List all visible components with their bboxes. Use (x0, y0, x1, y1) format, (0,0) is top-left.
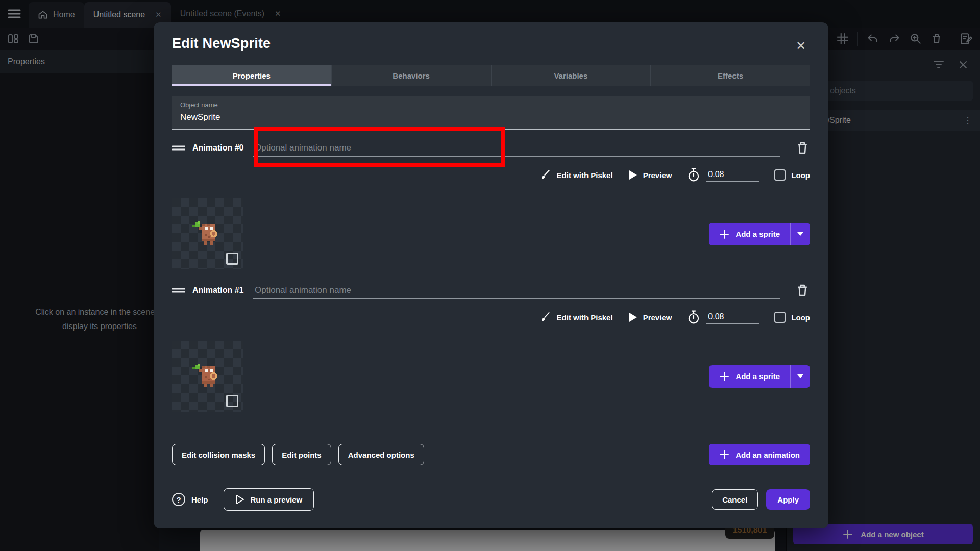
question-icon: ? (172, 493, 185, 506)
time-between-frames (687, 168, 759, 182)
cancel-button[interactable]: Cancel (712, 489, 758, 510)
play-icon (628, 312, 638, 322)
sprite-select-checkbox[interactable] (226, 253, 238, 265)
dialog-tabs: Properties Behaviors Variables Effects (172, 65, 810, 86)
time-between-frames-input[interactable] (706, 311, 759, 324)
edit-collision-masks-button[interactable]: Edit collision masks (172, 444, 265, 465)
help-button[interactable]: ? Help (172, 493, 208, 506)
sprite-select-checkbox[interactable] (226, 395, 238, 407)
drag-handle-icon[interactable] (172, 287, 185, 293)
chevron-down-icon[interactable] (791, 232, 810, 236)
animation-1-header: Animation #1 (172, 280, 810, 300)
trash-icon[interactable] (795, 140, 810, 156)
loop-checkbox[interactable] (774, 169, 786, 181)
tab-properties[interactable]: Properties (172, 65, 332, 86)
animation-0-header: Animation #0 (172, 138, 810, 158)
sprite-thumbnail[interactable] (172, 341, 243, 412)
preview-button[interactable]: Preview (628, 312, 672, 322)
plus-icon (719, 371, 729, 382)
add-sprite-button[interactable]: Add a sprite (709, 223, 810, 245)
stopwatch-icon (687, 310, 700, 324)
sprite-image (187, 215, 227, 255)
animation-0-controls: Edit with Piskel Preview Loop (172, 164, 810, 186)
animation-1-name-input[interactable] (253, 282, 780, 299)
animation-1-label: Animation #1 (192, 286, 253, 295)
brush-icon (539, 311, 551, 323)
stopwatch-icon (687, 168, 700, 182)
animation-0-sprites: Add a sprite (172, 198, 810, 269)
dialog-actions-row: Edit collision masks Edit points Advance… (172, 444, 810, 465)
apply-button[interactable]: Apply (766, 489, 810, 510)
animation-0-name-input[interactable] (253, 139, 780, 157)
plus-icon (719, 449, 729, 460)
play-outline-icon (235, 494, 244, 505)
brush-icon (539, 169, 551, 181)
trash-icon[interactable] (795, 283, 810, 298)
edit-points-button[interactable]: Edit points (272, 444, 331, 465)
time-between-frames-input[interactable] (706, 169, 759, 182)
dialog-title: Edit NewSprite (172, 36, 810, 52)
dialog-footer: ? Help Run a preview Cancel Apply (172, 488, 810, 511)
loop-checkbox[interactable] (774, 312, 786, 323)
time-between-frames (687, 310, 759, 324)
drag-handle-icon[interactable] (172, 145, 185, 151)
tab-behaviors[interactable]: Behaviors (332, 65, 492, 86)
chevron-down-icon[interactable] (791, 374, 810, 379)
dialog-close-icon[interactable]: ✕ (794, 39, 808, 53)
object-name-field[interactable]: Object name NewSprite (172, 96, 810, 130)
add-sprite-button[interactable]: Add a sprite (709, 365, 810, 388)
sprite-thumbnail[interactable] (172, 198, 243, 269)
advanced-options-button[interactable]: Advanced options (338, 444, 424, 465)
edit-sprite-dialog: ✕ Edit NewSprite Properties Behaviors Va… (154, 22, 828, 528)
animation-1-controls: Edit with Piskel Preview Loop (172, 307, 810, 328)
object-name-value: NewSprite (180, 112, 802, 122)
app-window: Home Untitled scene ✕ Untitled scene (Ev… (0, 0, 980, 551)
preview-button[interactable]: Preview (628, 170, 672, 180)
edit-with-piskel-button[interactable]: Edit with Piskel (539, 169, 613, 181)
loop-toggle[interactable]: Loop (774, 312, 810, 323)
loop-toggle[interactable]: Loop (774, 169, 810, 181)
sprite-image (187, 357, 227, 397)
plus-icon (719, 229, 729, 239)
edit-with-piskel-button[interactable]: Edit with Piskel (539, 311, 613, 323)
play-icon (628, 170, 638, 180)
run-preview-button[interactable]: Run a preview (224, 488, 314, 511)
animation-1-sprites: Add a sprite (172, 341, 810, 412)
animation-0-label: Animation #0 (192, 143, 253, 153)
object-name-label: Object name (180, 101, 802, 109)
tab-effects[interactable]: Effects (651, 65, 810, 86)
tab-variables[interactable]: Variables (492, 65, 651, 86)
add-animation-button[interactable]: Add an animation (709, 444, 810, 465)
